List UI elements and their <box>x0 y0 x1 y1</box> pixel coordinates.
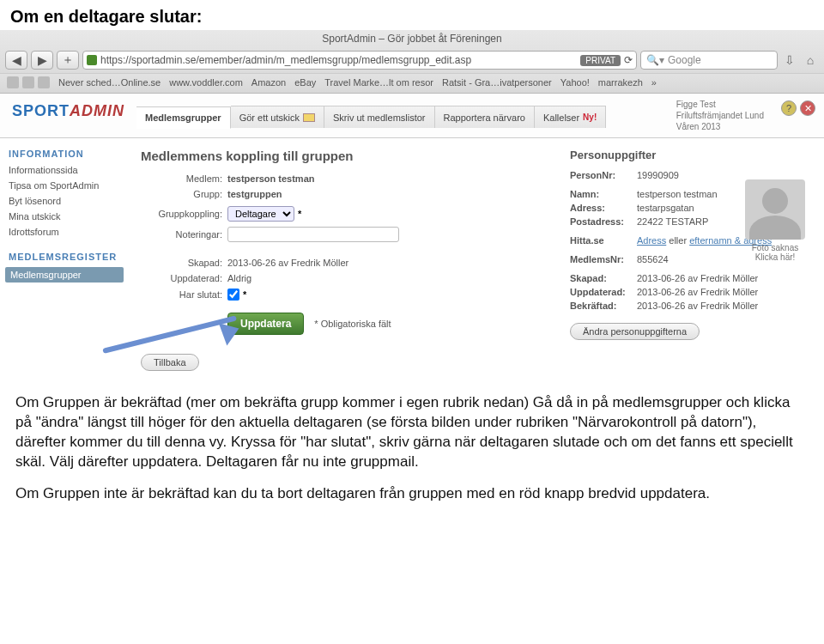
privat-badge: PRIVAT <box>580 55 621 66</box>
tillbaka-button[interactable]: Tillbaka <box>141 354 199 371</box>
search-placeholder: Google <box>668 54 701 66</box>
app-logo[interactable]: SPORTADMIN <box>0 94 136 127</box>
instruction-paragraph: Om Gruppen är bekräftad (mer om bekräfta… <box>15 393 809 472</box>
sidebar-heading-medlemsregister: MEDLEMSREGISTER <box>0 248 129 265</box>
koppling-label: Gruppkoppling: <box>141 209 222 219</box>
logout-icon[interactable]: ✕ <box>800 100 815 116</box>
grupp-value: testgruppen <box>227 189 282 199</box>
noteringar-label: Noteringar: <box>141 229 222 240</box>
avatar-placeholder-icon <box>745 179 805 240</box>
noteringar-input[interactable] <box>227 227 399 242</box>
har-slutat-label: Har slutat: <box>141 289 222 300</box>
r-uppdaterad-label: Uppdaterad: <box>570 287 637 297</box>
koppling-select[interactable]: Deltagare <box>227 206 294 222</box>
sidebar-item-informationssida[interactable]: Informationssida <box>0 162 129 178</box>
personuppgifter-panel: Personuppgifter PersonNr:19990909 Namn:t… <box>558 138 824 350</box>
bookmark-icons <box>7 76 50 88</box>
bookmark-more[interactable]: » <box>651 77 657 88</box>
hitta-adress-link[interactable]: Adress <box>637 235 666 246</box>
logo-part1: SPORT <box>12 102 70 119</box>
bookmarks-bar: Never sched…Online.se www.voddler.com Am… <box>0 73 824 93</box>
browser-toolbar: ◀ ▶ ＋ https://sportadmin.se/emember/admi… <box>0 47 824 73</box>
uppdaterad-value: Aldrig <box>227 273 251 283</box>
search-bar[interactable]: 🔍▾ Google <box>640 51 778 70</box>
bookmark-icon[interactable] <box>38 76 50 88</box>
bookmark-link[interactable]: eBay <box>294 77 316 88</box>
download-icon[interactable]: ⇩ <box>781 52 798 69</box>
uppdatera-button[interactable]: Uppdatera <box>227 313 304 335</box>
back-button[interactable]: ◀ <box>5 51 27 70</box>
r-uppdaterad-value: 2013-06-26 av Fredrik Möller <box>637 287 812 297</box>
instruction-paragraph: Om Gruppen inte är bekräftad kan du ta b… <box>15 484 809 504</box>
url-bar[interactable]: https://sportadmin.se/emember/admin/m_me… <box>82 51 637 70</box>
r-bekraftad-value: 2013-06-26 av Fredrik Möller <box>637 301 812 311</box>
namn-label: Namn: <box>570 189 637 199</box>
sidebar-item-byt-losenord[interactable]: Byt lösenord <box>0 193 129 209</box>
instruction-text: Om Gruppen är bekräftad (mer om bekräfta… <box>0 381 824 525</box>
grupp-label: Grupp: <box>141 189 222 199</box>
skapad-value: 2013-06-26 av Fredrik Möller <box>227 258 348 268</box>
har-slutat-checkbox[interactable] <box>227 289 239 301</box>
adress-label: Adress: <box>570 203 637 213</box>
main-form: Medlemmens koppling till gruppen Medlem:… <box>129 138 558 381</box>
postadress-label: Postadress: <box>570 216 637 227</box>
help-icon[interactable]: ? <box>781 100 797 116</box>
url-text: https://sportadmin.se/emember/admin/m_me… <box>100 54 577 66</box>
app-content: INFORMATION Informationssida Tipsa om Sp… <box>0 138 824 381</box>
sidebar-item-mina-utskick[interactable]: Mina utskick <box>0 209 129 224</box>
mail-icon <box>303 113 315 122</box>
app-tabs: Medlemsgrupper Gör ett utskick Skriv ut … <box>136 106 668 128</box>
tab-medlemslistor[interactable]: Skriv ut medlemslistor <box>324 106 435 128</box>
header-icons: ? ✕ <box>772 94 824 123</box>
home-icon[interactable]: ⌂ <box>802 52 819 69</box>
personnr-label: PersonNr: <box>570 170 637 180</box>
header-user-meta: Figge Test Friluftsfrämjandet Lund Våren… <box>668 94 772 137</box>
medlemsnr-label: MedlemsNr: <box>570 254 637 264</box>
uppdaterad-label: Uppdaterad: <box>141 273 222 283</box>
main-title: Medlemmens koppling till gruppen <box>141 149 546 163</box>
bookmark-link[interactable]: Amazon <box>251 77 286 88</box>
window-title: SportAdmin – Gör jobbet åt Föreningen <box>0 30 824 47</box>
medlem-label: Medlem: <box>141 173 222 184</box>
personuppgifter-title: Personuppgifter <box>570 149 812 161</box>
favicon-icon <box>87 55 97 65</box>
logo-part2: ADMIN <box>70 102 124 119</box>
sidebar-heading-information: INFORMATION <box>0 145 129 162</box>
reload-icon[interactable]: ⟳ <box>624 54 633 66</box>
forward-button[interactable]: ▶ <box>31 51 53 70</box>
browser-chrome: SportAdmin – Gör jobbet åt Föreningen ◀ … <box>0 30 824 94</box>
bookmark-link[interactable]: Travel Marke…lt om resor <box>324 77 433 88</box>
avatar-caption2: Klicka här! <box>742 252 809 262</box>
andra-personuppgifter-button[interactable]: Ändra personuppgifterna <box>570 323 700 340</box>
bookmark-link[interactable]: Ratsit - Gra…ivatpersoner <box>442 77 552 88</box>
skapad-label: Skapad: <box>141 258 222 268</box>
sidebar-item-tipsa[interactable]: Tipsa om SportAdmin <box>0 178 129 193</box>
sidebar: INFORMATION Informationssida Tipsa om Sp… <box>0 138 129 291</box>
avatar-caption1: Foto saknas <box>742 243 809 252</box>
bookmark-link[interactable]: marrakezh <box>598 77 643 88</box>
mandatory-note: * Obligatoriska fält <box>314 319 391 329</box>
search-engine-icon: 🔍▾ <box>646 54 664 66</box>
avatar-box[interactable]: Foto saknas Klicka här! <box>742 179 809 262</box>
add-tab-button[interactable]: ＋ <box>57 51 79 70</box>
bookmark-link[interactable]: Never sched…Online.se <box>58 77 161 88</box>
tab-medlemsgrupper[interactable]: Medlemsgrupper <box>136 106 231 129</box>
r-skapad-value: 2013-06-26 av Fredrik Möller <box>637 273 812 283</box>
bookmark-link[interactable]: Yahoo! <box>560 77 590 88</box>
r-skapad-label: Skapad: <box>570 273 637 283</box>
tab-kallelser[interactable]: Kallelser Ny! <box>535 106 606 128</box>
tab-narvaro[interactable]: Rapportera närvaro <box>435 106 535 128</box>
hitta-label: Hitta.se <box>570 235 637 246</box>
bookmark-link[interactable]: www.voddler.com <box>169 77 243 88</box>
r-bekraftad-label: Bekräftad: <box>570 301 637 311</box>
medlem-value: testperson testman <box>227 173 314 184</box>
app-header: SPORTADMIN Medlemsgrupper Gör ett utskic… <box>0 94 824 138</box>
bookmark-icon[interactable] <box>22 76 34 88</box>
bookmark-icon[interactable] <box>7 76 19 88</box>
sidebar-item-medlemsgrupper[interactable]: Medlemsgrupper <box>5 267 124 283</box>
tab-utskick[interactable]: Gör ett utskick <box>231 106 324 128</box>
page-heading: Om en deltagare slutar: <box>0 0 824 30</box>
sidebar-item-idrottsforum[interactable]: Idrottsforum <box>0 224 129 240</box>
